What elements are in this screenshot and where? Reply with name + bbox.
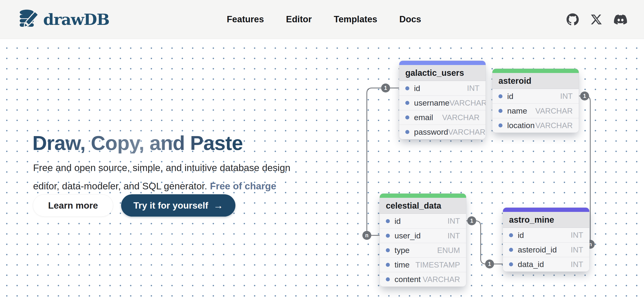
field-dot-icon — [386, 219, 390, 223]
nav-link-templates[interactable]: Templates — [334, 14, 377, 24]
field-type: VARCHAR — [535, 121, 573, 130]
field-dot-icon — [509, 233, 513, 237]
nav-link-editor[interactable]: Editor — [286, 14, 312, 24]
field-type: INT — [448, 231, 460, 240]
table-title: asteroid — [492, 73, 579, 89]
field-name: user_id — [394, 231, 448, 240]
drawdb-logo-icon — [17, 8, 40, 31]
field-type: INT — [467, 84, 480, 93]
diagram-canvas: 1 n 1 n 1 1 Draw, Copy, and Paste Free a… — [0, 39, 644, 298]
table-field-row: type ENUM — [380, 243, 466, 258]
x-icon[interactable] — [591, 14, 602, 25]
brand-logo[interactable]: drawDB — [17, 8, 109, 31]
field-type: INT — [571, 260, 583, 269]
cardinality-badge: n — [362, 231, 371, 240]
field-name: id — [507, 92, 560, 101]
table-field-row: time TIMESTAMP — [380, 258, 466, 272]
table-color-strip — [380, 194, 466, 198]
field-name: type — [394, 246, 437, 255]
field-dot-icon — [386, 234, 390, 238]
table-field-row: email VARCHAR — [399, 110, 486, 124]
table-field-row: username VARCHAR — [399, 96, 486, 110]
field-type: VARCHAR — [535, 106, 573, 116]
field-dot-icon — [509, 248, 513, 252]
field-name: id — [394, 216, 448, 226]
table-field-row: id INT — [503, 228, 589, 242]
main-nav: Features Editor Templates Docs — [227, 0, 421, 39]
table-card-celestial-data: celestial_data id INT user_id INT type E… — [380, 193, 466, 287]
table-card-astro-mine: astro_mine id INT asteroid_id INT data_i… — [503, 208, 590, 272]
field-type: ENUM — [437, 246, 460, 255]
field-dot-icon — [386, 248, 390, 252]
table-card-asteroid: asteroid id INT name VARCHAR location VA… — [492, 68, 579, 133]
field-name: password — [414, 128, 448, 136]
table-field-row: asteroid_id INT — [503, 242, 589, 257]
table-color-strip — [399, 61, 486, 65]
field-dot-icon — [498, 109, 502, 113]
table-field-row: id INT — [492, 89, 579, 104]
field-type: VARCHAR — [423, 275, 460, 284]
field-type: VARCHAR — [450, 98, 486, 108]
nav-link-docs[interactable]: Docs — [399, 14, 421, 24]
field-dot-icon — [386, 263, 390, 267]
field-dot-icon — [405, 130, 409, 134]
table-card-galactic-users: galactic_users id INT username VARCHAR e… — [399, 60, 486, 140]
field-dot-icon — [386, 277, 390, 281]
field-type: INT — [448, 216, 460, 226]
field-name: id — [518, 231, 571, 240]
field-type: VARCHAR — [448, 128, 486, 136]
brand-name: drawDB — [43, 10, 109, 29]
table-title: celestial_data — [380, 198, 466, 214]
field-name: name — [507, 106, 535, 116]
field-name: asteroid_id — [518, 245, 571, 254]
table-field-row: location VARCHAR — [492, 118, 579, 132]
github-icon[interactable] — [566, 13, 579, 26]
relationship-celestial-astromine — [466, 221, 503, 264]
field-dot-icon — [405, 101, 409, 105]
field-name: content — [394, 275, 423, 284]
field-name: location — [507, 121, 535, 130]
table-color-strip — [492, 69, 579, 73]
discord-icon[interactable] — [614, 13, 627, 26]
cardinality-badge: 1 — [580, 92, 589, 100]
field-name: id — [414, 84, 467, 93]
table-field-row: id INT — [399, 81, 486, 96]
cardinality-badge: 1 — [381, 84, 390, 92]
table-field-row: id INT — [380, 214, 466, 228]
social-links — [566, 13, 627, 26]
field-name: data_id — [518, 260, 571, 269]
field-dot-icon — [405, 116, 409, 120]
field-dot-icon — [405, 86, 409, 90]
table-field-row: data_id INT — [503, 257, 589, 272]
cardinality-badge: 1 — [467, 216, 476, 225]
field-type: TIMESTAMP — [416, 260, 460, 269]
nav-link-features[interactable]: Features — [227, 14, 264, 24]
field-dot-icon — [498, 124, 502, 128]
navbar: drawDB Features Editor Templates Docs — [0, 0, 644, 39]
field-type: INT — [571, 246, 583, 254]
table-title: astro_mine — [503, 212, 589, 228]
field-name: time — [394, 260, 416, 269]
field-dot-icon — [498, 94, 502, 98]
field-type: INT — [560, 92, 573, 101]
table-field-row: name VARCHAR — [492, 104, 579, 118]
table-field-row: content VARCHAR — [380, 272, 466, 286]
field-dot-icon — [509, 262, 513, 266]
table-title: galactic_users — [399, 65, 486, 81]
table-field-row: user_id INT — [380, 228, 466, 243]
field-type: VARCHAR — [442, 113, 480, 122]
cardinality-badge: 1 — [485, 260, 494, 268]
table-color-strip — [503, 208, 589, 212]
field-name: email — [414, 113, 442, 122]
table-field-row: password VARCHAR — [399, 124, 486, 139]
field-type: INT — [571, 231, 583, 240]
field-name: username — [414, 98, 450, 108]
